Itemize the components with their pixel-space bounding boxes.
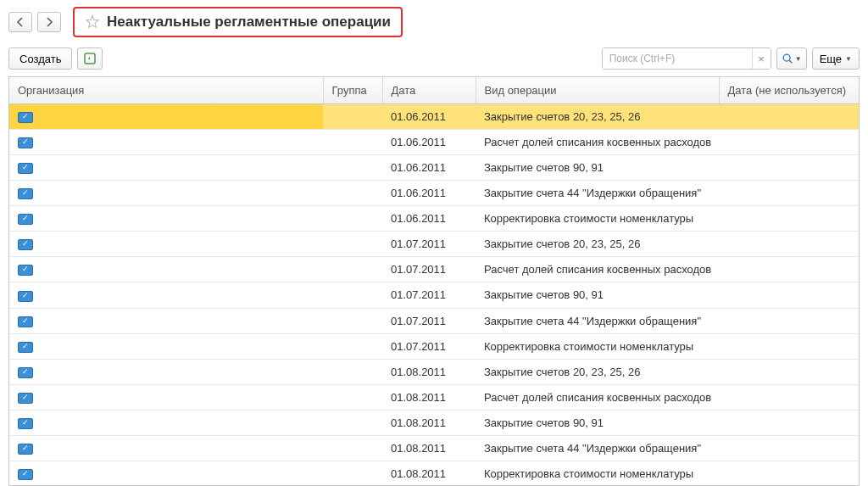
- cell-group: [323, 410, 382, 435]
- cell-org: [9, 359, 323, 384]
- table-body: 01.06.2011Закрытие счетов 20, 23, 25, 26…: [9, 104, 859, 487]
- top-bar: Неактуальные регламентные операции: [0, 0, 868, 44]
- arrow-left-icon: [15, 17, 25, 27]
- cell-date: 01.08.2011: [382, 359, 476, 384]
- table-row[interactable]: 01.06.2011Расчет долей списания косвенны…: [9, 130, 859, 155]
- cell-group: [323, 461, 382, 486]
- cell-org: [9, 461, 323, 486]
- svg-point-1: [783, 54, 790, 61]
- arrow-right-icon: [44, 17, 54, 27]
- status-posted-icon: [18, 367, 33, 378]
- search-clear-button[interactable]: ×: [752, 48, 771, 69]
- cell-group: [323, 181, 382, 206]
- cell-group: [323, 104, 382, 130]
- table-row[interactable]: 01.06.2011Закрытие счета 44 "Издержки об…: [9, 181, 859, 206]
- cell-unused: [719, 410, 859, 435]
- cell-unused: [719, 308, 859, 333]
- cell-unused: [719, 181, 859, 206]
- cell-type: Корректировка стоимости номенклатуры: [476, 206, 719, 232]
- table-row[interactable]: 01.07.2011Корректировка стоимости номенк…: [9, 333, 859, 359]
- table-row[interactable]: 01.08.2011Закрытие счета 44 "Издержки об…: [9, 435, 859, 461]
- cell-org: [9, 410, 323, 435]
- cell-unused: [719, 359, 859, 384]
- more-label: Еще: [820, 53, 842, 65]
- search-input[interactable]: [603, 48, 752, 69]
- table-row[interactable]: 01.08.2011Закрытие счетов 20, 23, 25, 26: [9, 359, 859, 384]
- table-row[interactable]: 01.08.2011Закрытие счетов 90, 91: [9, 410, 859, 435]
- cell-org: [9, 155, 323, 181]
- col-header-org[interactable]: Организация: [9, 77, 323, 104]
- col-header-type[interactable]: Вид операции: [476, 77, 719, 104]
- col-header-date[interactable]: Дата: [382, 77, 476, 104]
- operations-table: Организация Группа Дата Вид операции Дат…: [9, 77, 859, 486]
- cell-date: 01.07.2011: [382, 232, 476, 257]
- nav-back-button[interactable]: [8, 12, 32, 32]
- create-button[interactable]: Создать: [8, 47, 72, 70]
- cell-org: [9, 308, 323, 333]
- cell-type: Закрытие счета 44 "Издержки обращения": [476, 308, 719, 333]
- cell-unused: [719, 384, 859, 410]
- table-row[interactable]: 01.06.2011Закрытие счетов 90, 91: [9, 155, 859, 181]
- cell-type: Закрытие счетов 90, 91: [476, 282, 719, 308]
- status-posted-icon: [18, 137, 33, 148]
- cell-type: Закрытие счета 44 "Издержки обращения": [476, 435, 719, 461]
- search-container: ×: [602, 47, 771, 70]
- cell-date: 01.07.2011: [382, 308, 476, 333]
- cell-group: [323, 308, 382, 333]
- table-row[interactable]: 01.06.2011Корректировка стоимости номенк…: [9, 206, 859, 232]
- status-posted-icon: [18, 393, 33, 404]
- table-row[interactable]: 01.08.2011Расчет долей списания косвенны…: [9, 384, 859, 410]
- cell-unused: [719, 333, 859, 359]
- cell-org: [9, 333, 323, 359]
- cell-group: [323, 232, 382, 257]
- table-row[interactable]: 01.08.2011Корректировка стоимости номенк…: [9, 461, 859, 486]
- table-container: Организация Группа Дата Вид операции Дат…: [8, 76, 860, 486]
- table-row[interactable]: 01.07.2011Закрытие счета 44 "Издержки об…: [9, 308, 859, 333]
- col-header-group[interactable]: Группа: [323, 77, 382, 104]
- cell-date: 01.06.2011: [382, 130, 476, 155]
- more-button[interactable]: Еще ▼: [812, 47, 860, 70]
- status-posted-icon: [18, 444, 33, 455]
- refresh-button[interactable]: [77, 47, 103, 70]
- cell-org: [9, 104, 323, 130]
- favorite-star-icon[interactable]: [85, 14, 100, 30]
- cell-group: [323, 333, 382, 359]
- cell-date: 01.06.2011: [382, 181, 476, 206]
- cell-org: [9, 130, 323, 155]
- col-header-unused[interactable]: Дата (не используется): [719, 77, 859, 104]
- cell-date: 01.06.2011: [382, 206, 476, 232]
- cell-unused: [719, 282, 859, 308]
- cell-date: 01.07.2011: [382, 282, 476, 308]
- toolbar: Создать × ▼ Еще ▼: [0, 44, 868, 76]
- status-posted-icon: [18, 418, 33, 429]
- table-row[interactable]: 01.06.2011Закрытие счетов 20, 23, 25, 26: [9, 104, 859, 130]
- cell-unused: [719, 206, 859, 232]
- cell-type: Корректировка стоимости номенклатуры: [476, 461, 719, 486]
- cell-date: 01.08.2011: [382, 410, 476, 435]
- cell-type: Закрытие счетов 20, 23, 25, 26: [476, 359, 719, 384]
- cell-group: [323, 206, 382, 232]
- cell-unused: [719, 232, 859, 257]
- page-title-block: Неактуальные регламентные операции: [73, 7, 403, 37]
- page-title: Неактуальные регламентные операции: [107, 14, 391, 31]
- cell-type: Расчет долей списания косвенных расходов: [476, 257, 719, 282]
- status-posted-icon: [18, 469, 33, 480]
- nav-forward-button[interactable]: [37, 12, 61, 32]
- cell-date: 01.07.2011: [382, 333, 476, 359]
- cell-type: Закрытие счетов 90, 91: [476, 155, 719, 181]
- cell-group: [323, 384, 382, 410]
- cell-type: Закрытие счета 44 "Издержки обращения": [476, 181, 719, 206]
- cell-date: 01.06.2011: [382, 104, 476, 130]
- table-row[interactable]: 01.07.2011Закрытие счетов 20, 23, 25, 26: [9, 232, 859, 257]
- cell-group: [323, 130, 382, 155]
- cell-unused: [719, 130, 859, 155]
- cell-type: Закрытие счетов 20, 23, 25, 26: [476, 232, 719, 257]
- table-row[interactable]: 01.07.2011Расчет долей списания косвенны…: [9, 257, 859, 282]
- search-button[interactable]: ▼: [776, 47, 807, 70]
- cell-unused: [719, 104, 859, 130]
- cell-org: [9, 232, 323, 257]
- table-row[interactable]: 01.07.2011Закрытие счетов 90, 91: [9, 282, 859, 308]
- status-posted-icon: [18, 316, 33, 327]
- cell-unused: [719, 257, 859, 282]
- status-posted-icon: [18, 239, 33, 250]
